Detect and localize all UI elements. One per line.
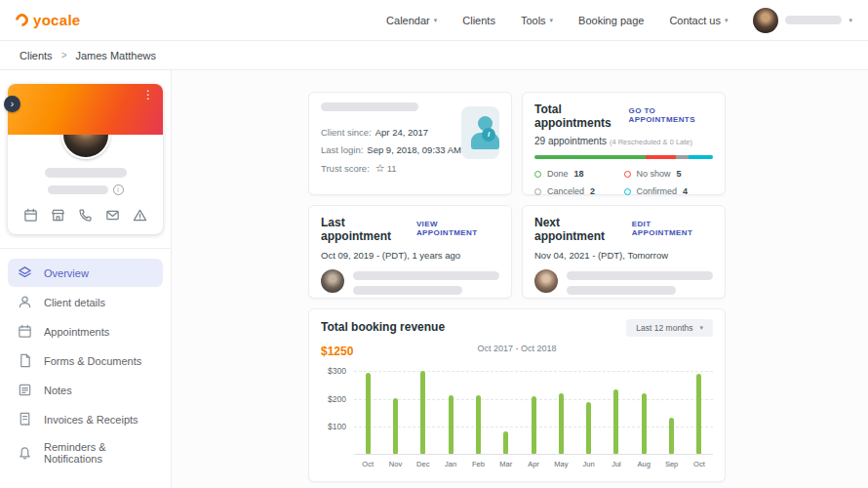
nav-item-clients[interactable]: Clients [462,15,495,26]
bar-slot [686,365,713,454]
legend-value: 2 [590,186,595,196]
nav-item-label: Tools [521,15,546,26]
sidebar-item-label: Appointments [44,326,109,338]
main-content: Client since:Apr 24, 2017 Last login:Sep… [172,70,868,488]
legend-value: 5 [677,169,682,179]
x-axis-tick: Jun [575,460,603,468]
client-since-row: Client since:Apr 24, 2017 [321,124,461,142]
info-icon[interactable]: i [113,184,124,195]
sidebar-item-forms-documents[interactable]: Forms & Documents [8,346,163,375]
legend-dot [534,171,541,178]
user-account-menu[interactable]: ▾ [753,8,852,33]
sidebar-collapse-button[interactable]: › [4,96,20,112]
y-axis-tick: $200 [328,394,346,404]
revenue-chart-ylabels: $100$200$300 [321,365,354,455]
redacted-user-name [785,16,842,24]
bar-slot [657,365,685,454]
nav-item-label: Calendar [386,15,430,26]
edit-appointment-link[interactable]: EDIT APPOINTMENT [632,220,713,237]
phone-icon[interactable] [78,208,93,223]
nav-item-tools[interactable]: Tools ▾ [521,15,553,26]
warning-icon[interactable] [133,208,147,223]
last-appointment-date: Oct 09, 2019 - (PDT), 1 years ago [321,250,499,261]
legend-dot [624,171,631,178]
revenue-bar-9-jul [613,389,618,454]
x-axis-tick: Feb [464,460,492,468]
profile-banner: ⋮ [8,84,163,135]
last-login-value: Sep 9, 2018, 09:33 AM [367,144,461,155]
bar-slot [575,365,603,454]
legend-item-done: Done18 [534,169,624,179]
top-navbar: yocale Calendar ▾ Clients Tools ▾ Bookin… [0,0,868,41]
legend-item-confirmed: Confirmed4 [624,186,714,196]
revenue-bar-3-jan [449,395,454,454]
navbar-menu: Calendar ▾ Clients Tools ▾ Booking page … [386,8,852,33]
revenue-range-dropdown[interactable]: Last 12 months ▾ [626,319,713,337]
legend-item-no-show: No show5 [624,169,714,179]
sidebar-item-invoices-receipts[interactable]: Invoices & Receipts [8,405,163,433]
layers-icon [18,265,32,280]
card-title: Next appointment [534,216,632,243]
client-sidebar: ⋮ › i [0,70,172,488]
document-icon [18,353,32,368]
breadcrumb: Clients > James Matthews [0,41,868,70]
user-avatar [753,8,778,33]
last-appointment-provider [321,269,499,295]
revenue-bar-12-oct [696,374,701,454]
page-body: ⋮ › i [0,70,868,488]
legend-dot [534,188,541,195]
redacted-client-subtitle [48,185,108,194]
revenue-chart-xlabels: OctNovDecJanFebMarAprMayJunJulAugSepOct [354,460,713,468]
sidebar-item-notes[interactable]: Notes [8,376,163,404]
nav-item-booking-page[interactable]: Booking page [578,15,644,26]
legend-value: 4 [683,186,688,196]
bar-slot [630,365,657,454]
sidebar-item-client-details[interactable]: Client details [8,288,163,316]
breadcrumb-current-client: James Matthews [75,50,156,61]
revenue-bar-4-feb [476,395,481,454]
bar-slot [547,365,574,454]
nav-item-contact-us[interactable]: Contact us ▾ [669,15,728,26]
card-title: Total booking revenue [321,320,445,334]
x-axis-tick: Mar [493,460,520,468]
last-login-label: Last login: [321,144,363,155]
calendar-icon [18,324,32,339]
x-axis-tick: Jan [437,460,464,468]
redacted-service-name [353,286,462,295]
bar-slot [437,365,464,454]
storefront-icon[interactable] [51,208,65,223]
next-appointment-card: Next appointment EDIT APPOINTMENT Nov 04… [522,205,726,299]
card-title: Total appointments [534,102,629,130]
person-icon [18,295,32,309]
contact-quick-actions [8,208,163,223]
sidebar-item-appointments[interactable]: Appointments [8,317,163,346]
sidebar-item-reminders-notifications[interactable]: Reminders & Notifications [8,434,163,471]
go-to-appointments-link[interactable]: GO TO APPOINTMENTS [629,106,713,124]
provider-avatar [321,269,344,293]
x-axis-tick: Nov [381,460,409,468]
nav-item-calendar[interactable]: Calendar ▾ [386,15,437,26]
revenue-bars [354,365,713,454]
revenue-chart-plot [354,365,713,455]
app-window: yocale Calendar ▾ Clients Tools ▾ Bookin… [0,0,868,488]
more-options-icon[interactable]: ⋮ [142,89,154,101]
mail-icon[interactable] [105,208,120,223]
client-info-card: Client since:Apr 24, 2017 Last login:Sep… [308,92,512,195]
revenue-bar-6-apr [532,396,536,454]
yocale-logo[interactable]: yocale [16,12,81,28]
sidebar-item-label: Client details [44,297,105,308]
revenue-bar-5-mar [503,431,508,454]
bar-slot [381,365,409,454]
sidebar-item-label: Overview [44,267,89,279]
view-appointment-link[interactable]: VIEW APPOINTMENT [416,220,499,237]
x-axis-tick: Oct [354,460,381,468]
chevron-down-icon: ▾ [848,17,852,24]
calendar-icon[interactable] [23,208,38,223]
x-axis-tick: Dec [410,460,437,468]
revenue-date-range: Oct 2017 - Oct 2018 [477,344,556,353]
breadcrumb-clients-link[interactable]: Clients [20,50,53,61]
sidebar-item-overview[interactable]: Overview [8,259,163,287]
revenue-bar-2-dec [420,371,425,454]
nav-item-label: Booking page [578,15,644,26]
legend-label: Done [547,169,569,179]
